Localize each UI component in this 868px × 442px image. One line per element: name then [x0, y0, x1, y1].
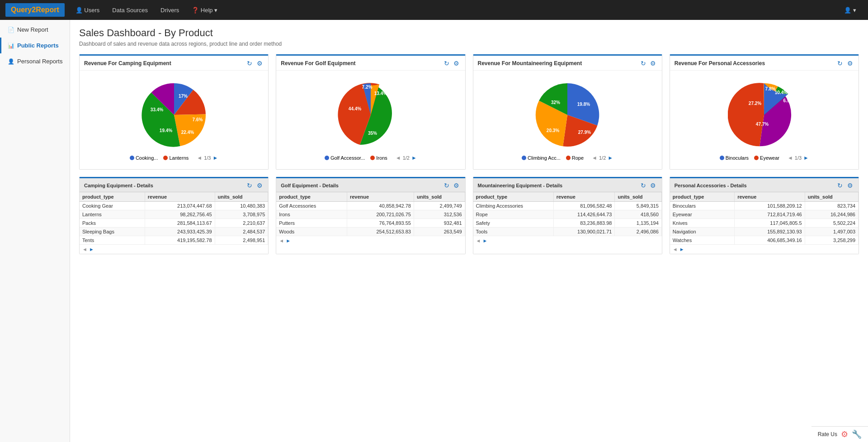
mountaineering-pie-settings[interactable]: ⚙	[649, 59, 657, 67]
accessories-pie-prev[interactable]: ◄	[788, 155, 793, 161]
rate-us-icon[interactable]: ⚙	[841, 429, 848, 439]
accessories-table-settings[interactable]: ⚙	[846, 181, 854, 190]
camping-table-prev[interactable]: ◄	[82, 247, 87, 252]
brand-text-2: Report	[36, 6, 59, 14]
camping-table-card: Camping Equipment - Details ↻ ⚙ product_…	[79, 177, 269, 254]
mountaineering-pie-refresh[interactable]: ↻	[639, 59, 647, 67]
mountaineering-table-next[interactable]: ►	[482, 238, 487, 243]
accessories-table-next[interactable]: ►	[679, 247, 684, 252]
camping-pie-nav-label: 1/3	[204, 155, 211, 161]
camping-pie-prev[interactable]: ◄	[197, 155, 202, 161]
mountaineering-table-footer: ◄ ►	[473, 236, 662, 245]
camping-pie-refresh[interactable]: ↻	[245, 59, 254, 67]
legend-golf-acc: Golf Accessor...	[325, 155, 365, 161]
accessories-pie-nav: ◄ 1/3 ►	[788, 155, 809, 161]
golf-table-prev[interactable]: ◄	[279, 238, 284, 243]
table-row: Packs281,584,113.672,210,637	[80, 219, 268, 228]
camping-pie-card: Revenue For Camping Equipment ↻ ⚙	[79, 54, 269, 170]
svg-text:44.4%: 44.4%	[349, 106, 361, 111]
mountaineering-table-prev[interactable]: ◄	[476, 238, 481, 243]
legend-golf-acc-dot	[325, 156, 329, 160]
legend-rope-dot	[566, 156, 571, 160]
accessories-pie-title: Revenue For Personal Accessories	[675, 60, 765, 67]
mountaineering-col-units: units_sold	[615, 192, 661, 202]
svg-text:10.4%: 10.4%	[775, 90, 788, 95]
golf-table-settings[interactable]: ⚙	[453, 181, 461, 190]
camping-pie-header: Revenue For Camping Equipment ↻ ⚙	[80, 56, 268, 71]
golf-pie-next[interactable]: ►	[411, 155, 417, 161]
brand-text-1: Query	[11, 6, 32, 14]
camping-pie-next[interactable]: ►	[212, 155, 218, 161]
golf-pie-card: Revenue For Golf Equipment ↻ ⚙	[276, 54, 465, 170]
nav-datasources[interactable]: Data Sources	[106, 0, 154, 20]
accessories-pie-settings[interactable]: ⚙	[846, 59, 854, 67]
table-row: Rope114,426,644.73418,560	[473, 210, 662, 219]
legend-lanterns: Lanterns	[163, 155, 189, 161]
camping-table-settings[interactable]: ⚙	[255, 181, 264, 190]
accessories-col-revenue: revenue	[735, 192, 805, 202]
svg-text:33.4%: 33.4%	[150, 107, 163, 112]
legend-irons-dot	[370, 156, 375, 160]
golf-table-next[interactable]: ►	[286, 238, 291, 243]
golf-pie-nav-label: 1/2	[403, 155, 410, 161]
sidebar-item-public-reports[interactable]: 📊 Public Reports	[0, 38, 70, 53]
app-layout: 📄 New Report 📊 Public Reports 👤 Personal…	[0, 20, 868, 442]
legend-lanterns-label: Lanterns	[169, 155, 189, 161]
mountaineering-table-actions: ↻ ⚙	[639, 181, 657, 190]
camping-pie-container: 17% 7.6% 22.4% 19.4% 33.4% Cooking...	[84, 75, 264, 165]
mountaineering-table: product_type revenue units_sold Climbing…	[473, 192, 662, 236]
camping-pie-settings[interactable]: ⚙	[255, 59, 264, 67]
page-subtitle: Dashboard of sales and revenue data acro…	[79, 41, 859, 47]
golf-pie-refresh[interactable]: ↻	[443, 59, 451, 67]
mountaineering-col-product: product_type	[473, 192, 554, 202]
mountaineering-table-refresh[interactable]: ↻	[639, 181, 647, 190]
accessories-pie-next[interactable]: ►	[803, 155, 809, 161]
accessories-table: product_type revenue units_sold Binocula…	[670, 192, 859, 245]
table-row: Lanterns98,262,756.453,708,975	[80, 210, 268, 219]
golf-pie-prev[interactable]: ◄	[396, 155, 401, 161]
camping-table-header: Camping Equipment - Details ↻ ⚙	[80, 178, 268, 192]
svg-text:7.6%: 7.6%	[192, 117, 203, 122]
camping-table-refresh[interactable]: ↻	[245, 181, 254, 190]
accessories-table-refresh[interactable]: ↻	[836, 181, 844, 190]
camping-table-title: Camping Equipment - Details	[84, 183, 153, 188]
mountaineering-pie-svg: 19.8% 27.9% 20.3% 32%	[531, 79, 604, 151]
golf-table-refresh[interactable]: ↻	[443, 181, 451, 190]
nav-users[interactable]: 👤 Users	[69, 0, 106, 20]
mountaineering-table-settings[interactable]: ⚙	[649, 181, 657, 190]
legend-irons: Irons	[370, 155, 387, 161]
accessories-pie-container: 27.2% 47.7% 7.8% 10.4% 6.9% Binoculars	[675, 75, 854, 165]
svg-text:27.9%: 27.9%	[578, 130, 591, 135]
svg-text:20.3%: 20.3%	[547, 128, 559, 133]
legend-rope: Rope	[566, 155, 584, 161]
legend-eyewear-dot	[754, 156, 759, 160]
golf-table: product_type revenue units_sold Golf Acc…	[276, 192, 465, 236]
user-menu[interactable]: 👤 ▾	[838, 0, 863, 20]
mountaineering-pie-legend: Climbing Acc... Rope ◄ 1/2 ►	[522, 155, 613, 161]
table-row: Cooking Gear213,074,447.6810,480,383	[80, 202, 268, 210]
sidebar-item-personal-reports[interactable]: 👤 Personal Reports	[0, 53, 70, 69]
accessories-table-prev[interactable]: ◄	[673, 247, 678, 252]
mountaineering-table-header: Mountaineering Equipment - Details ↻ ⚙	[473, 178, 662, 192]
accessories-pie-nav-label: 1/3	[795, 155, 802, 161]
svg-text:17%: 17%	[179, 94, 188, 99]
camping-table-actions: ↻ ⚙	[245, 181, 264, 190]
svg-text:7.8%: 7.8%	[765, 86, 776, 91]
accessories-table-card: Personal Accessories - Details ↻ ⚙ produ…	[670, 177, 859, 254]
accessories-pie-refresh[interactable]: ↻	[836, 59, 844, 67]
camping-table-next[interactable]: ►	[89, 247, 94, 252]
nav-help[interactable]: ❓ Help ▾	[185, 0, 224, 20]
camping-col-revenue: revenue	[145, 192, 215, 202]
rate-us-icon2[interactable]: 🔧	[852, 429, 862, 439]
brand-logo[interactable]: Query2Report	[5, 3, 65, 17]
table-row: Watches406,685,349.163,258,299	[670, 236, 859, 245]
golf-pie-settings[interactable]: ⚙	[453, 59, 461, 67]
camping-col-product: product_type	[80, 192, 145, 202]
mountaineering-pie-prev[interactable]: ◄	[592, 155, 597, 161]
svg-text:22.4%: 22.4%	[181, 130, 193, 135]
table-row: Navigation155,892,130.931,497,003	[670, 228, 859, 236]
table-row: Tools130,900,021.712,496,086	[473, 228, 662, 236]
sidebar-item-new-report[interactable]: 📄 New Report	[0, 22, 70, 38]
mountaineering-pie-next[interactable]: ►	[608, 155, 613, 161]
nav-drivers[interactable]: Drivers	[154, 0, 185, 20]
